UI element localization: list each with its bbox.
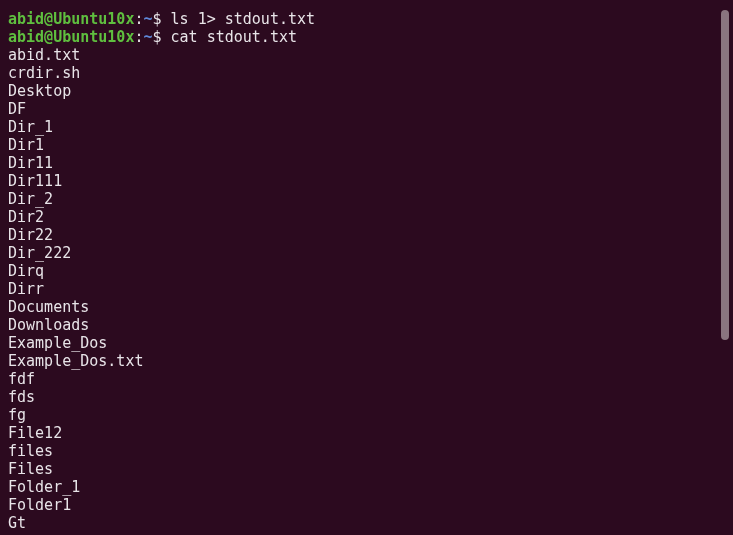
user-host: abid@Ubuntu10x (8, 10, 134, 28)
output-line: fg (8, 406, 725, 424)
output-line: Example_Dos (8, 334, 725, 352)
output-line: Dir_222 (8, 244, 725, 262)
output-line: Dir_2 (8, 190, 725, 208)
command-text: cat stdout.txt (171, 28, 297, 46)
output-line: Dir11 (8, 154, 725, 172)
prompt-dollar: $ (153, 10, 171, 28)
terminal-window[interactable]: abid@Ubuntu10x:~$ ls 1> stdout.txt abid@… (0, 0, 733, 535)
prompt-dollar: $ (153, 28, 171, 46)
output-line: Downloads (8, 316, 725, 334)
path: ~ (143, 10, 152, 28)
prompt-line-1: abid@Ubuntu10x:~$ ls 1> stdout.txt (8, 10, 725, 28)
output-line: Dir1 (8, 136, 725, 154)
output-line: Gt (8, 514, 725, 532)
output-line: Folder_1 (8, 478, 725, 496)
prompt-line-2: abid@Ubuntu10x:~$ cat stdout.txt (8, 28, 725, 46)
output-line: Dir_1 (8, 118, 725, 136)
output-line: Example_Dos.txt (8, 352, 725, 370)
output-line: File12 (8, 424, 725, 442)
output-line: Folder1 (8, 496, 725, 514)
scrollbar-thumb[interactable] (721, 10, 729, 340)
path: ~ (143, 28, 152, 46)
output-line: Dir2 (8, 208, 725, 226)
output-line: Dir111 (8, 172, 725, 190)
output-line: Files (8, 460, 725, 478)
output-line: Dirr (8, 280, 725, 298)
output-line: fds (8, 388, 725, 406)
output-line: crdir.sh (8, 64, 725, 82)
output-line: Dirq (8, 262, 725, 280)
output-line: files (8, 442, 725, 460)
output-line: Desktop (8, 82, 725, 100)
output-line: DF (8, 100, 725, 118)
user-host: abid@Ubuntu10x (8, 28, 134, 46)
output-line: abid.txt (8, 46, 725, 64)
output-line: Dir22 (8, 226, 725, 244)
output-line: Documents (8, 298, 725, 316)
command-text: ls 1> stdout.txt (171, 10, 316, 28)
output-line: fdf (8, 370, 725, 388)
